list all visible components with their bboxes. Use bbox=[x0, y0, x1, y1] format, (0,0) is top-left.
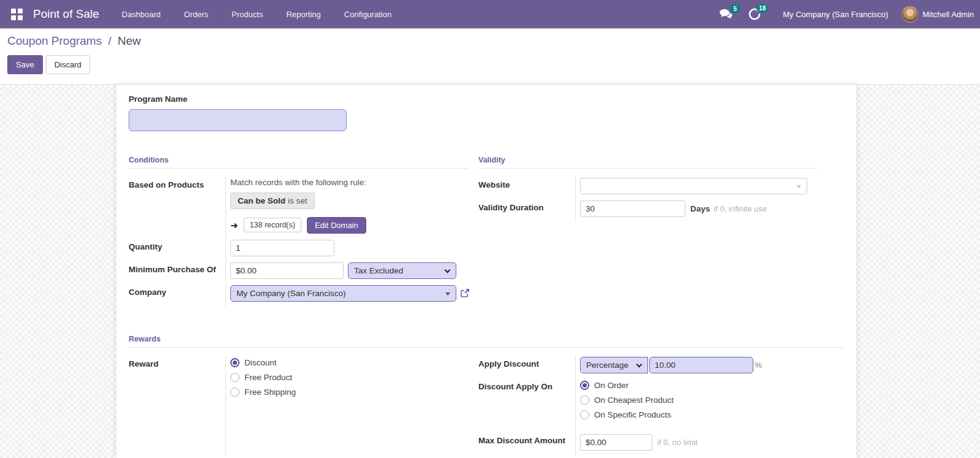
validity-duration-label: Validity Duration bbox=[478, 199, 575, 222]
domain-rule-chip[interactable]: Can be Soldis set bbox=[230, 193, 315, 209]
breadcrumb-separator: / bbox=[108, 34, 111, 47]
conditions-group: Conditions Based on Products Match recor… bbox=[129, 156, 469, 307]
edit-domain-button[interactable]: Edit Domain bbox=[307, 217, 366, 234]
menu-products[interactable]: Products bbox=[220, 0, 274, 28]
company-switcher[interactable]: My Company (San Francisco) bbox=[783, 10, 888, 19]
tax-mode-select[interactable]: Tax Excluded bbox=[348, 262, 456, 279]
conditions-title: Conditions bbox=[129, 156, 469, 169]
minimum-purchase-input[interactable] bbox=[230, 262, 344, 279]
minimum-purchase-label: Minimum Purchase Of bbox=[129, 261, 225, 284]
program-name-input[interactable] bbox=[129, 109, 347, 131]
activities-icon[interactable]: 18 bbox=[748, 8, 761, 20]
caret-down-icon bbox=[445, 292, 450, 296]
menu-configuration[interactable]: Configuration bbox=[333, 0, 403, 28]
discount-apply-on-label: Discount Apply On bbox=[478, 378, 575, 430]
radio-icon bbox=[580, 395, 589, 405]
menu-dashboard[interactable]: Dashboard bbox=[110, 0, 173, 28]
duration-unit: Days bbox=[690, 204, 710, 213]
max-discount-hint: if 0, no limit bbox=[657, 438, 698, 447]
based-on-products-label: Based on Products bbox=[129, 177, 225, 239]
domain-rule-text: Match records with the following rule: bbox=[230, 178, 470, 187]
reward-option-discount[interactable]: Discount bbox=[230, 358, 469, 367]
external-link-icon[interactable] bbox=[460, 288, 470, 300]
company-select[interactable]: My Company (San Francisco) bbox=[230, 285, 456, 302]
breadcrumb-parent-link[interactable]: Coupon Programs bbox=[7, 34, 102, 47]
quantity-label: Quantity bbox=[129, 239, 225, 261]
messages-badge: 5 bbox=[730, 4, 740, 13]
discard-button[interactable]: Discard bbox=[46, 55, 90, 74]
tax-mode-value: Tax Excluded bbox=[354, 266, 403, 275]
control-panel: Coupon Programs / New Save Discard bbox=[0, 28, 980, 85]
user-avatar[interactable] bbox=[902, 6, 918, 23]
website-label: Website bbox=[478, 177, 575, 199]
apply-discount-label: Apply Discount bbox=[478, 356, 575, 378]
radio-icon bbox=[580, 410, 589, 419]
content-background: Program Name Conditions Based on Product… bbox=[0, 85, 980, 458]
rewards-group: Rewards Reward Discount Free Product bbox=[129, 335, 844, 456]
caret-down-icon bbox=[796, 185, 801, 188]
chevron-down-icon bbox=[445, 267, 451, 273]
apps-menu-icon[interactable] bbox=[7, 5, 26, 23]
validity-group: Validity Website Validity Duration Days … bbox=[478, 156, 818, 307]
program-name-label: Program Name bbox=[129, 93, 844, 106]
breadcrumb-current: New bbox=[118, 34, 141, 47]
company-value: My Company (San Francisco) bbox=[236, 289, 346, 298]
save-button[interactable]: Save bbox=[7, 55, 43, 74]
top-navbar: Point of Sale Dashboard Orders Products … bbox=[0, 0, 980, 28]
apply-on-cheapest-option[interactable]: On Cheapest Product bbox=[580, 395, 818, 405]
radio-icon bbox=[230, 373, 239, 382]
discount-value-input[interactable] bbox=[649, 357, 753, 373]
reward-option-free-product[interactable]: Free Product bbox=[230, 373, 469, 382]
radio-checked-icon bbox=[580, 381, 589, 390]
menu-reporting[interactable]: Reporting bbox=[274, 0, 332, 28]
company-label: Company bbox=[129, 284, 225, 307]
discount-type-value: Percentage bbox=[586, 361, 628, 370]
user-menu[interactable]: Mitchell Admin bbox=[922, 10, 974, 19]
breadcrumb: Coupon Programs / New bbox=[7, 34, 973, 48]
apply-on-order-option[interactable]: On Order bbox=[580, 381, 818, 390]
form-sheet: Program Name Conditions Based on Product… bbox=[116, 85, 856, 458]
menu-orders[interactable]: Orders bbox=[172, 0, 220, 28]
percent-suffix: % bbox=[755, 361, 762, 370]
website-select[interactable] bbox=[580, 178, 807, 194]
radio-checked-icon bbox=[230, 358, 239, 367]
validity-title: Validity bbox=[478, 156, 818, 169]
discount-type-select[interactable]: Percentage bbox=[580, 357, 648, 373]
activities-badge: 18 bbox=[756, 4, 768, 13]
records-count-button[interactable]: 138 record(s) bbox=[244, 218, 301, 232]
max-discount-input[interactable] bbox=[580, 434, 652, 451]
max-discount-label: Max Discount Amount bbox=[478, 430, 575, 456]
main-menu: Dashboard Orders Products Reporting Conf… bbox=[110, 0, 403, 28]
chevron-down-icon bbox=[636, 361, 643, 367]
reward-label: Reward bbox=[129, 356, 225, 456]
radio-icon bbox=[230, 387, 239, 397]
validity-duration-input[interactable] bbox=[580, 200, 685, 217]
quantity-input[interactable] bbox=[230, 240, 334, 256]
rewards-title: Rewards bbox=[129, 335, 844, 348]
app-title[interactable]: Point of Sale bbox=[33, 7, 99, 21]
rule-field-name: Can be Sold bbox=[238, 196, 285, 205]
reward-option-free-shipping[interactable]: Free Shipping bbox=[230, 387, 469, 397]
messages-icon[interactable]: 5 bbox=[719, 9, 733, 20]
duration-hint: if 0, infinite use bbox=[714, 204, 767, 213]
rule-operator: is set bbox=[288, 196, 307, 205]
arrow-right-icon: ➜ bbox=[230, 221, 238, 230]
apply-on-specific-option[interactable]: On Specific Products bbox=[580, 410, 818, 419]
